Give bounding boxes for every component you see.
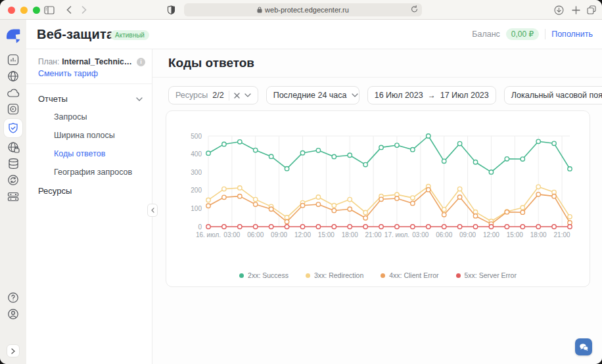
window-controls [8, 7, 40, 14]
downloads-icon[interactable] [552, 3, 565, 16]
svg-text:17. июл.: 17. июл. [384, 231, 409, 239]
chart-card: 16. июл.03:0006:0009:0012:0015:0018:0021… [166, 110, 590, 287]
filter-bar: Ресурсы 2/2 Последние 24 часа 16 Июл 202… [168, 86, 602, 104]
close-window-button[interactable] [8, 7, 15, 14]
database-icon[interactable] [7, 157, 20, 170]
status-badge: Активный [110, 30, 149, 40]
plan-name: Internal_Technical_Acco... [62, 57, 134, 66]
chevron-down-icon [136, 97, 143, 101]
divider [229, 91, 229, 101]
icon-rail [0, 20, 26, 364]
edgecenter-logo[interactable] [5, 28, 22, 45]
svg-text:200: 200 [191, 187, 202, 194]
nav-item-geography[interactable]: География запросов [54, 168, 132, 177]
new-tab-icon[interactable] [569, 3, 582, 16]
browser-window: web-protect.edgecenter.ru [0, 0, 602, 364]
legend-dot-icon [239, 273, 244, 278]
page-title: Веб-защита [37, 27, 114, 42]
legend-item[interactable]: 3xx: Redirection [306, 271, 363, 279]
address-bar[interactable]: web-protect.edgecenter.ru [184, 3, 422, 16]
url-text: web-protect.edgecenter.ru [265, 6, 349, 14]
account-icon[interactable] [7, 307, 20, 321]
svg-text:18:00: 18:00 [530, 231, 547, 239]
legend-label: 5xx: Server Error [465, 271, 517, 279]
privacy-shield-icon[interactable] [164, 3, 177, 16]
app-header: Веб-защита Активный Баланс 0,00 ₽ Пополн… [26, 20, 602, 49]
cloud-icon[interactable] [7, 86, 20, 99]
divider [152, 77, 602, 78]
legend-dot-icon [306, 273, 310, 278]
resources-count: 2/2 [212, 91, 223, 100]
legend-label: 3xx: Redirection [314, 271, 363, 279]
resources-filter[interactable]: Ресурсы 2/2 [168, 86, 258, 104]
divider [545, 29, 545, 39]
svg-text:12:00: 12:00 [294, 231, 311, 239]
nav-item-response-codes[interactable]: Коды ответов [54, 149, 105, 158]
collapse-nav-button[interactable] [147, 204, 158, 217]
chevron-down-icon[interactable] [244, 93, 251, 97]
timezone-filter[interactable]: Локальный часовой пояс [504, 86, 602, 104]
legend-label: 4xx: Client Error [389, 271, 438, 279]
arrow-right-icon: → [428, 91, 436, 100]
lock-icon [257, 7, 262, 13]
topup-link[interactable]: Пополнить [551, 30, 593, 39]
svg-text:09:00: 09:00 [459, 231, 476, 239]
svg-text:500: 500 [191, 133, 202, 140]
svg-text:300: 300 [191, 169, 202, 176]
nav-item-requests[interactable]: Запросы [54, 112, 87, 122]
svg-text:06:00: 06:00 [436, 231, 452, 239]
change-plan-link[interactable]: Сменить тариф [38, 69, 98, 78]
info-icon[interactable]: i [137, 58, 145, 66]
period-filter[interactable]: Последние 24 часа [266, 86, 359, 104]
tab-overview-icon[interactable] [585, 3, 598, 16]
date-to: 17 Июл 2023 [440, 91, 489, 100]
server-icon[interactable] [7, 190, 20, 203]
svg-text:15:00: 15:00 [318, 231, 335, 239]
globe-icon[interactable] [7, 70, 20, 83]
sync-icon[interactable] [7, 173, 20, 187]
forward-icon[interactable] [78, 3, 91, 16]
sidebar-toggle-icon[interactable] [43, 3, 56, 16]
stats-icon[interactable] [7, 53, 20, 66]
plan-label: План: [38, 57, 59, 66]
nav-group-reports[interactable]: Отчеты [38, 94, 143, 104]
reload-icon[interactable] [411, 5, 418, 13]
legend-label: 2xx: Success [248, 271, 289, 279]
svg-text:18:00: 18:00 [342, 231, 358, 239]
section-title: Коды ответов [168, 56, 254, 70]
legend-item[interactable]: 5xx: Server Error [456, 271, 517, 279]
chevron-down-icon [352, 93, 358, 97]
svg-text:06:00: 06:00 [247, 231, 264, 239]
balance-label: Баланс [472, 30, 500, 39]
left-nav: План: Internal_Technical_Acco... i Смени… [26, 49, 152, 364]
clear-icon[interactable] [234, 93, 240, 99]
globe-lock-icon[interactable] [7, 141, 20, 154]
video-icon[interactable] [7, 102, 20, 116]
legend-item[interactable]: 2xx: Success [239, 271, 289, 279]
svg-text:03:00: 03:00 [223, 231, 240, 239]
svg-text:15:00: 15:00 [507, 231, 523, 239]
minimize-window-button[interactable] [20, 7, 28, 14]
browser-toolbar: web-protect.edgecenter.ru [0, 0, 602, 20]
divider [26, 83, 152, 84]
zoom-window-button[interactable] [33, 7, 40, 14]
chat-button[interactable] [575, 338, 592, 355]
legend-dot-icon [381, 273, 385, 278]
date-range-filter[interactable]: 16 Июл 2023 → 17 Июл 2023 [367, 86, 496, 104]
shield-check-icon[interactable] [4, 119, 22, 137]
help-icon[interactable] [7, 291, 20, 304]
response-codes-chart: 16. июл.03:0006:0009:0012:0015:0018:0021… [166, 111, 590, 262]
nav-item-bandwidth[interactable]: Ширина полосы [54, 131, 115, 140]
svg-text:16. июл.: 16. июл. [196, 231, 221, 239]
legend-item[interactable]: 4xx: Client Error [381, 271, 438, 279]
expand-rail-button[interactable] [7, 344, 20, 357]
balance-value: 0,00 ₽ [506, 28, 539, 40]
svg-text:100: 100 [191, 205, 202, 212]
legend-dot-icon [456, 273, 461, 278]
back-icon[interactable] [62, 3, 76, 16]
svg-text:12:00: 12:00 [483, 231, 499, 239]
chart-legend: 2xx: Success3xx: Redirection4xx: Client … [166, 271, 590, 279]
main-content: Коды ответов Ресурсы 2/2 Последние 24 ча… [152, 49, 602, 364]
nav-group-resources[interactable]: Ресурсы [38, 186, 143, 196]
svg-text:21:00: 21:00 [554, 231, 570, 239]
